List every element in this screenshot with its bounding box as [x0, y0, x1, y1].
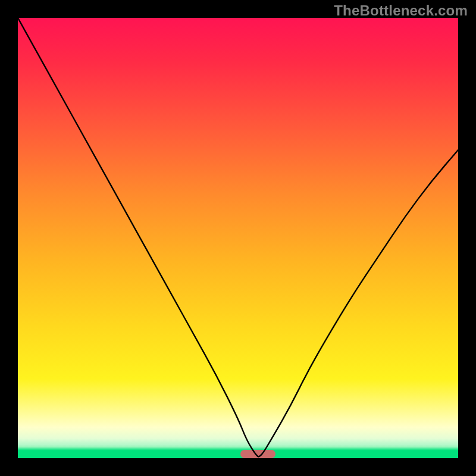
watermark-text: TheBottleneck.com: [334, 2, 468, 19]
curve-layer: [18, 18, 458, 458]
chart-frame: TheBottleneck.com: [0, 0, 476, 476]
bottleneck-curve: [18, 18, 458, 456]
plot-area: [18, 18, 458, 458]
